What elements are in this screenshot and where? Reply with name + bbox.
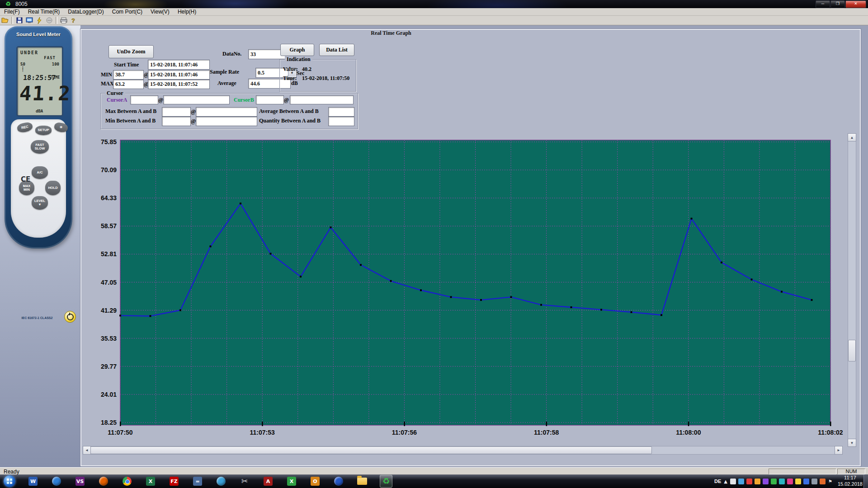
horizontal-scrollbar-thumb[interactable] xyxy=(90,446,652,454)
data-point xyxy=(119,314,121,316)
scroll-up-button[interactable]: ▲ xyxy=(848,133,856,141)
taskbar-filezilla-icon[interactable]: FZ xyxy=(168,475,180,487)
tray-icon[interactable] xyxy=(795,479,801,484)
scroll-down-button[interactable]: ▼ xyxy=(848,439,856,447)
average-between-field[interactable] xyxy=(328,107,354,117)
x-axis-tick xyxy=(546,422,547,426)
sample-rate-label: Sample Rate xyxy=(210,69,239,75)
min-time-field[interactable]: 15-02-2018, 11:07:46 xyxy=(148,70,210,80)
data-point xyxy=(510,296,512,298)
x-axis-tick-label: 11:07:56 xyxy=(392,429,417,436)
taskbar-outlook-icon[interactable]: O xyxy=(309,475,321,487)
x-axis-tick xyxy=(120,422,121,426)
taskbar-word-icon[interactable]: W xyxy=(27,475,39,487)
x-axis-tick-label: 11:08:00 xyxy=(676,429,701,436)
at-symbol: @ xyxy=(284,97,289,103)
taskbar-firefox-icon[interactable] xyxy=(98,475,109,487)
x-axis-tick-label: 11:07:53 xyxy=(250,429,275,436)
cursor-caption: Cursor xyxy=(105,90,125,97)
indication-time-label: Time: xyxy=(283,75,297,82)
application-window: { "win": {"title": "8005"}, "menu": {"it… xyxy=(0,0,868,488)
start-time-label: Start Time xyxy=(114,61,139,68)
taskbar-movie-maker-icon[interactable] xyxy=(215,475,227,487)
cursor-b-time-field[interactable] xyxy=(290,95,354,104)
taskbar-folder-icon[interactable] xyxy=(356,475,368,487)
at-symbol: @ xyxy=(158,97,163,103)
y-axis-tick-label: 52.81 xyxy=(101,250,117,258)
language-indicator[interactable]: DE xyxy=(714,479,721,484)
show-desktop-button[interactable] xyxy=(863,474,868,488)
undo-zoom-button[interactable]: UnDo Zoom xyxy=(108,45,154,58)
tray-icon[interactable] xyxy=(771,479,777,484)
vertical-scrollbar[interactable] xyxy=(848,133,856,447)
average-label: Average xyxy=(217,80,236,87)
cursor-a-time-field[interactable] xyxy=(163,95,230,104)
start-time-field[interactable]: 15-02-2018, 11:07:46 xyxy=(148,60,210,70)
cursor-b-label: CursorB xyxy=(234,97,254,103)
taskbar-messenger-icon[interactable] xyxy=(333,475,344,487)
data-point xyxy=(721,262,722,263)
indication-value: 40.2 xyxy=(302,66,311,73)
data-point xyxy=(480,299,482,301)
data-point xyxy=(631,311,632,313)
data-point xyxy=(540,304,542,306)
taskbar-media-player-icon[interactable] xyxy=(51,475,62,487)
indication-caption: Indication xyxy=(285,56,312,63)
clock-time: 11:17 xyxy=(838,475,863,481)
y-axis-tick-label: 70.09 xyxy=(101,166,117,174)
max-between-time-field[interactable] xyxy=(196,107,257,117)
data-point xyxy=(600,309,602,310)
taskbar-xshell-icon[interactable]: X xyxy=(286,475,297,487)
data-list-button[interactable]: Data List xyxy=(319,44,354,56)
min-value-field[interactable]: 38.7 xyxy=(113,70,144,80)
data-point xyxy=(150,315,151,317)
tray-icon[interactable] xyxy=(820,479,826,484)
taskbar-calculator-icon[interactable]: = xyxy=(192,475,203,487)
max-value-field[interactable]: 63.2 xyxy=(113,80,144,89)
y-axis-tick-label: 58.57 xyxy=(101,222,117,230)
min-between-label: Min Between A and B xyxy=(105,117,156,124)
cursor-a-value-field[interactable] xyxy=(130,95,158,104)
scroll-right-button[interactable]: ► xyxy=(835,446,843,455)
taskbar-clock[interactable]: 11:17 15.02.2018 xyxy=(838,475,863,488)
hidden-icons-chevron[interactable]: ▲ xyxy=(724,479,727,484)
x-axis-tick-label: 11:08:02 xyxy=(818,429,843,436)
data-point xyxy=(240,202,241,204)
taskbar-chrome-icon[interactable] xyxy=(121,475,133,487)
cursor-b-value-field[interactable] xyxy=(256,95,284,104)
x-axis-tick-label: 11:07:50 xyxy=(108,429,132,436)
tray-icon[interactable] xyxy=(730,479,736,484)
tray-icon[interactable] xyxy=(787,479,793,484)
graph-button[interactable]: Graph xyxy=(280,44,314,56)
tray-icon[interactable] xyxy=(763,479,769,484)
vertical-scrollbar-thumb[interactable] xyxy=(848,340,856,361)
x-axis-tick xyxy=(404,422,405,426)
taskbar: WVSXFZ=✂AXO♻ DE ▲ ⚑ 11:17 15.02.2018 xyxy=(0,474,868,488)
tray-icon[interactable] xyxy=(755,479,760,484)
max-label: MAX xyxy=(101,80,114,87)
tray-icon[interactable] xyxy=(779,479,785,484)
y-axis-tick-label: 24.01 xyxy=(101,391,117,398)
scroll-left-button[interactable]: ◄ xyxy=(83,446,91,455)
sample-rate-value: 0.5 xyxy=(258,70,264,76)
taskbar-adobe-reader-icon[interactable]: A xyxy=(262,475,274,487)
quantity-between-field[interactable] xyxy=(328,117,354,126)
taskbar-visual-studio-icon[interactable]: VS xyxy=(74,475,86,487)
notification-flag-icon[interactable]: ⚑ xyxy=(828,479,832,484)
tray-icon[interactable] xyxy=(746,479,752,484)
start-button[interactable] xyxy=(4,475,15,487)
data-point xyxy=(210,245,212,247)
data-point xyxy=(179,309,181,311)
taskbar-app-8005-icon[interactable]: ♻ xyxy=(380,475,392,488)
max-between-label: Max Between A and B xyxy=(105,108,156,115)
min-between-time-field[interactable] xyxy=(196,117,257,126)
indication-value-label: Value: xyxy=(283,66,298,73)
taskbar-snipping-tool-icon[interactable]: ✂ xyxy=(239,475,250,487)
tray-icon[interactable] xyxy=(803,479,809,484)
min-between-value-field[interactable] xyxy=(162,117,191,126)
max-between-value-field[interactable] xyxy=(162,107,191,117)
taskbar-excel-icon[interactable]: X xyxy=(145,475,156,487)
tray-icon[interactable] xyxy=(738,479,744,484)
max-time-field[interactable]: 15-02-2018, 11:07:52 xyxy=(148,80,210,89)
tray-icon[interactable] xyxy=(811,479,817,484)
